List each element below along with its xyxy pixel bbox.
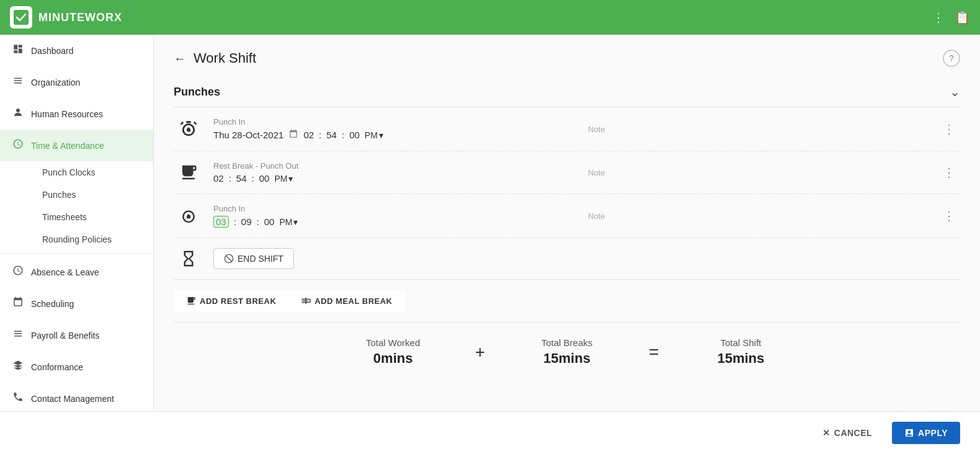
document-icon[interactable]: 📋	[955, 10, 970, 25]
add-meal-break-button[interactable]: ADD MEAL BREAK	[288, 290, 404, 312]
layout: Dashboard Organization Human Resources T…	[0, 35, 980, 411]
punch-time-row-3: 03 : 09 : 00 PM ▾	[213, 216, 553, 228]
punch-details-1: Punch In Thu 28-Oct-2021 02 : 54 : 00 PM…	[213, 117, 553, 141]
time-sep1-2: :	[229, 173, 231, 184]
calendar-icon-1	[288, 129, 298, 141]
sidebar-item-timesheets[interactable]: Timesheets	[32, 206, 153, 228]
punch-in-alarm-icon-2	[174, 207, 203, 225]
note-area-2: Note	[563, 168, 928, 177]
sidebar-item-punch-clocks[interactable]: Punch Clocks	[32, 161, 153, 184]
sidebar-item-rounding-policies[interactable]: Rounding Policies	[32, 228, 153, 251]
organization-icon	[12, 75, 24, 89]
sidebar-item-contact-management[interactable]: Contact Management	[0, 383, 153, 411]
payroll-benefits-icon	[12, 328, 24, 342]
note-area-1: Note	[563, 125, 928, 134]
sidebar-label-human-resources: Human Resources	[31, 109, 103, 119]
add-meal-break-label: ADD MEAL BREAK	[314, 296, 392, 306]
sidebar-item-scheduling[interactable]: Scheduling	[0, 288, 153, 319]
sidebar-item-conformance[interactable]: Conformance	[0, 351, 153, 383]
page-title: Work Shift	[194, 50, 256, 66]
dashboard-icon	[12, 43, 24, 58]
main-content: ← Work Shift ? Punches ⌄	[154, 35, 980, 411]
page-header: ← Work Shift ?	[174, 50, 960, 67]
sidebar-label-conformance: Conformance	[31, 362, 83, 372]
total-shift-value: 15mins	[679, 350, 803, 367]
cancel-button[interactable]: ✕ CANCEL	[813, 422, 882, 444]
punches-section-header: Punches ⌄	[174, 79, 960, 107]
sidebar-sub-label-punch-clocks: Punch Clocks	[42, 167, 96, 177]
add-rest-break-label: ADD REST BREAK	[200, 296, 276, 306]
punch-row-2: Rest Break - Punch Out 02 : 54 : 00 PM ▾…	[174, 151, 960, 194]
action-buttons-row: ADD REST BREAK ADD MEAL BREAK	[174, 280, 960, 323]
human-resources-icon	[12, 107, 24, 121]
note-label-2: Note	[588, 168, 605, 177]
time-sep2-3: :	[257, 216, 259, 227]
time-seconds-2: 00	[259, 173, 270, 184]
time-seconds-1: 00	[349, 130, 360, 140]
sidebar-item-organization[interactable]: Organization	[0, 66, 153, 98]
sidebar-item-absence-leave[interactable]: Absence & Leave	[0, 256, 153, 288]
punch-label-3: Punch In	[213, 204, 553, 213]
conformance-icon	[12, 360, 24, 374]
punch-row-1: Punch In Thu 28-Oct-2021 02 : 54 : 00 PM…	[174, 107, 960, 151]
sidebar-item-payroll-benefits[interactable]: Payroll & Benefits	[0, 319, 153, 351]
total-shift-label: Total Shift	[679, 337, 803, 348]
sidebar-item-dashboard[interactable]: Dashboard	[0, 35, 153, 66]
sidebar-label-time-attendance: Time & Attendance	[31, 141, 104, 151]
more-options-btn-3[interactable]: ⋮	[938, 206, 960, 226]
topbar: MINUTEWORX ⋮ 📋	[0, 0, 980, 35]
sidebar-item-human-resources[interactable]: Human Resources	[0, 98, 153, 130]
time-sep2-1: :	[342, 130, 344, 140]
time-seconds-3: 00	[264, 216, 275, 227]
sidebar-item-time-attendance[interactable]: Time & Attendance	[0, 130, 153, 161]
svg-point-9	[187, 128, 190, 131]
ampm-select-1[interactable]: PM ▾	[365, 130, 383, 140]
ampm-select-3[interactable]: PM ▾	[279, 217, 298, 227]
punch-label-1: Punch In	[213, 117, 553, 127]
svg-point-11	[187, 215, 190, 218]
scheduling-icon	[12, 296, 24, 311]
note-label-3: Note	[588, 211, 605, 221]
ampm-select-2[interactable]: PM ▾	[274, 174, 293, 184]
end-shift-row: END SHIFT	[174, 238, 960, 280]
cancel-label: CANCEL	[834, 428, 872, 438]
end-shift-button[interactable]: END SHIFT	[213, 248, 294, 269]
more-options-btn-2[interactable]: ⋮	[938, 162, 960, 182]
more-vertical-icon[interactable]: ⋮	[932, 10, 945, 25]
more-options-btn-1[interactable]: ⋮	[938, 119, 960, 139]
sidebar-label-dashboard: Dashboard	[31, 46, 74, 56]
sidebar-label-payroll-benefits: Payroll & Benefits	[31, 331, 100, 340]
svg-point-1	[16, 109, 20, 112]
absence-leave-icon	[12, 265, 24, 279]
help-icon[interactable]: ?	[943, 50, 960, 67]
sidebar: Dashboard Organization Human Resources T…	[0, 35, 154, 411]
add-rest-break-button[interactable]: ADD REST BREAK	[174, 290, 288, 312]
topbar-right: ⋮ 📋	[932, 10, 970, 25]
punch-details-3: Punch In 03 : 09 : 00 PM ▾	[213, 204, 553, 228]
logo-box	[10, 6, 32, 29]
total-worked-value: 0mins	[331, 350, 455, 367]
time-hours-2: 02	[213, 173, 224, 184]
sidebar-sub-label-punches: Punches	[42, 190, 76, 200]
topbar-left: MINUTEWORX	[10, 6, 122, 29]
sidebar-label-organization: Organization	[31, 78, 80, 87]
plus-operator: +	[455, 342, 505, 362]
apply-button[interactable]: APPLY	[892, 422, 960, 444]
svg-line-13	[226, 256, 231, 261]
sidebar-divider-1	[0, 253, 153, 254]
chevron-down-icon[interactable]: ⌄	[950, 84, 960, 99]
total-worked-block: Total Worked 0mins	[331, 337, 455, 367]
sidebar-item-punches[interactable]: Punches	[32, 184, 153, 206]
punch-label-2: Rest Break - Punch Out	[213, 161, 553, 171]
punch-in-alarm-icon-1	[174, 120, 203, 138]
time-hours-highlighted-3: 03	[213, 216, 229, 228]
back-button[interactable]: ←	[174, 51, 186, 66]
sidebar-label-absence-leave: Absence & Leave	[31, 267, 99, 277]
equals-operator: =	[629, 342, 679, 362]
rest-break-coffee-icon	[174, 163, 203, 182]
page-header-left: ← Work Shift	[174, 50, 256, 66]
punch-date-1: Thu 28-Oct-2021	[213, 130, 283, 140]
total-breaks-block: Total Breaks 15mins	[505, 337, 629, 367]
punch-time-row-1: Thu 28-Oct-2021 02 : 54 : 00 PM ▾	[213, 129, 553, 141]
sidebar-sub-label-timesheets: Timesheets	[42, 212, 87, 222]
